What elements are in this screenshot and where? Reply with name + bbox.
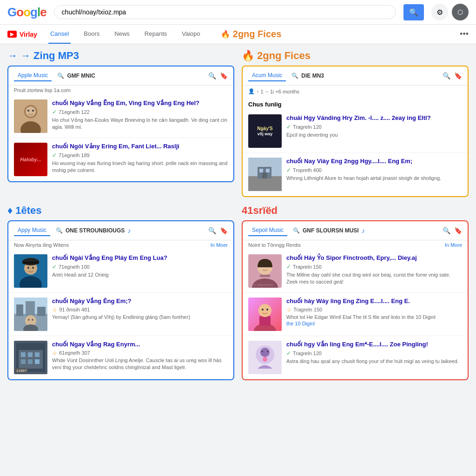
sried-section: 41srïëd Sepoil Music 🔍 GNF SLOURSN MUSI … (242, 205, 469, 380)
song-desc-trending-1: Epcil ing deverting you (286, 132, 462, 139)
ngay-sub-label: võj way (257, 132, 273, 137)
youtube-icon: ▶ (7, 31, 17, 38)
artist-sried-2: Tragreln 150 (293, 307, 322, 312)
svg-point-50 (262, 309, 264, 311)
nav-cansel[interactable]: Cansel (48, 25, 71, 44)
song-info-trending-1: chuáí Hgy Vánding Hry Zim. -I.... z.... … (286, 114, 462, 148)
trending-title: 🔥 2gng Fices (242, 50, 469, 62)
song-thumb-trending-1: Ngày'S võj way (248, 114, 282, 148)
ngay-thumb: Ngày'S võj way (248, 114, 282, 148)
onetes-title: ♦ 1êtes (7, 205, 234, 217)
song-title-onetes-3[interactable]: chuối Ngay Vắng Rag Enyrm... (52, 341, 228, 349)
flame-icon-title: 🔥 (242, 50, 254, 62)
abstract-thumb (248, 341, 282, 374)
settings-icon[interactable]: ⚙ (431, 4, 448, 20)
song-thumb-sried-3 (248, 341, 282, 374)
svg-rect-37 (35, 359, 40, 364)
apple-music-tab[interactable]: Apple Music (14, 70, 52, 81)
search-icon-card-onetes[interactable]: 🔍 (208, 227, 216, 234)
song-title-sried-2[interactable]: chuối hày Wáy ling Eng Zìng E....I.... E… (286, 298, 462, 305)
song-title-trending-2[interactable]: chuối Nay Viày Eng 2ngg Hgy....I.... Eng… (286, 158, 462, 165)
nav-boors[interactable]: Boors (82, 25, 101, 44)
song-title-zing-2[interactable]: chuối Ngòi Vảny Ering Em, Fant Liet... R… (52, 143, 228, 151)
music-note-icon: ♪ (127, 227, 131, 234)
in-more-label-onetes[interactable]: In Moer (211, 242, 228, 248)
user-icon-trending: 👤 (248, 88, 255, 94)
zing-mp3-section: → → Zing MP3 Apple Music 🔍 GMF MNIC 🔍 🔖 … (7, 50, 234, 197)
trending-section: 🔥 2gng Fices (221, 29, 281, 40)
song-title-sried-3[interactable]: chuối hgy Vắn ling Eng Em⁴-E....I.... Zo… (286, 341, 462, 349)
song-title-zing-1[interactable]: chuối Ngày Vắng Ẽng Em, Ving Eng Vắng En… (52, 99, 228, 107)
sepoil-music-tab[interactable]: Sepoil Music (248, 225, 287, 236)
trending-label: 2gng Fices (233, 29, 281, 40)
nav-repants[interactable]: Repants (143, 25, 169, 44)
sried-title: 41srïëd (242, 205, 469, 217)
verified-icon-s1: ✓ (286, 264, 291, 270)
svg-rect-33 (28, 352, 33, 357)
card-search-text-trending: DIE MN3 (301, 73, 324, 79)
trending-sublabel: 👤 ↑ 1 ←1i +6 months (243, 86, 468, 97)
search-button[interactable]: 🔍 (403, 4, 424, 20)
card-search-onetes: 🔍 ONE STROUNBIOUGS ♪ (56, 227, 203, 234)
song-item-zing-1: chuối Ngày Vắng Ẽng Em, Ving Eng Vắng En… (8, 95, 233, 138)
song-thumb-zing-1 (14, 99, 47, 133)
svg-point-5 (32, 110, 34, 112)
song-thumb-onetes-2 (14, 298, 47, 331)
zing-mp3-card: Apple Music 🔍 GMF MNIC 🔍 🔖 Pnuit ziortew… (7, 66, 234, 182)
woman-svg: NAY LBMVIVNAN (248, 254, 282, 288)
acum-music-tab[interactable]: Acum Music (248, 70, 286, 81)
in-more-label-sried[interactable]: In More (445, 242, 462, 248)
svg-rect-17 (22, 262, 39, 264)
song-title-trending-1[interactable]: chuáí Hgy Vánding Hry Zim. -I.... z.... … (286, 114, 462, 122)
emoji-icon-o3: ☺ (52, 350, 57, 356)
sried-label: 41srïëd (242, 205, 278, 217)
song-desc-zing-2: Ho wuong inay eas fluring lroech lag har… (52, 160, 228, 174)
search-icon-card-trending[interactable]: 🔍 (443, 72, 450, 79)
header: Google 🔍 ⚙ ⬡ (0, 0, 476, 25)
trending-section-card: 🔥 2gng Fices Acum Music 🔍 DIE MN3 🔍 🔖 👤 … (242, 50, 469, 197)
zing-mp3-label: → Zing MP3 (20, 50, 79, 62)
song-desc-link-sried-2[interactable]: the 10 Diginl (286, 321, 462, 326)
street-scene-svg (248, 158, 282, 191)
card-icons-sried: 🔍 🔖 (443, 227, 462, 234)
song-info-trending-2: chuối Nay Viày Eng 2ngg Hgy....I.... Eng… (286, 158, 462, 191)
svg-rect-43 (260, 275, 270, 277)
person-avatar-1 (14, 99, 47, 133)
nav-news[interactable]: News (112, 25, 132, 44)
profile-icon[interactable]: ⬡ (452, 4, 469, 20)
badge-onetes-3: 11897 (15, 368, 28, 373)
verified-icon-1: ✓ (52, 109, 57, 115)
youtube-nav[interactable]: ▶ Virlay (7, 25, 37, 44)
search-icon-trending: 🔍 (291, 73, 298, 79)
bookmark-icon-trending[interactable]: 🔖 (454, 72, 462, 79)
search-icon-card-sried[interactable]: 🔍 (443, 227, 450, 234)
song-title-onetes-1[interactable]: chuối Ngài Vắng Eng Pláy Em Eng Lua? (52, 254, 228, 262)
card-icons-zing: 🔍 🔖 (208, 72, 228, 79)
song-title-onetes-2[interactable]: chuối Ngày Vắng Êng Em;? (52, 298, 228, 305)
artist-onetes-3: 61egnelh 307 (59, 350, 90, 356)
nav-more-icon[interactable]: ••• (460, 29, 469, 39)
search-input[interactable] (62, 8, 388, 16)
bookmark-icon-sried[interactable]: 🔖 (454, 227, 462, 234)
nav-vaiopo[interactable]: Vaiopo (180, 25, 202, 44)
card-icons-trending: 🔍 🔖 (443, 72, 462, 79)
bookmark-icon-onetes[interactable]: 🔖 (220, 227, 228, 234)
song-thumb-onetes-1 (14, 254, 47, 288)
song-desc-onetes-2: Yernay! (5àn gờung af VIhj) by Endlining… (52, 314, 228, 321)
song-title-sried-1[interactable]: chuối Háy Ỷo Sipor Finctrooth, Epry,... … (286, 254, 462, 262)
bookmark-icon-zing[interactable]: 🔖 (220, 72, 228, 79)
zing-mp3-title: → → Zing MP3 (7, 50, 234, 62)
main-content: → → Zing MP3 Apple Music 🔍 GMF MNIC 🔍 🔖 … (0, 44, 476, 386)
appy-music-tab[interactable]: Appy Music (14, 225, 50, 236)
trending-card: Acum Music 🔍 DIE MN3 🔍 🔖 👤 ↑ 1 ←1i +6 mo… (242, 66, 469, 197)
song-desc-zing-1: Ho chui Vồng han-Eouks Waye Breeving lo … (52, 117, 228, 131)
svg-point-19 (32, 267, 34, 269)
song-info-onetes-2: chuối Ngày Vắng Êng Em;? ☺ 91 ðmsih 481 … (52, 298, 228, 331)
music-note-icon-sried: ♪ (362, 227, 365, 234)
svg-rect-9 (259, 169, 263, 172)
svg-rect-32 (21, 352, 26, 357)
search-icon-card-zing[interactable]: 🔍 (208, 72, 216, 79)
city-person-svg (14, 298, 47, 331)
song-item-trending-1: Ngày'S võj way chuáí Hgy Vánding Hry Zim… (243, 110, 468, 153)
song-item-onetes-2: chuối Ngày Vắng Êng Em;? ☺ 91 ðmsih 481 … (8, 293, 233, 336)
